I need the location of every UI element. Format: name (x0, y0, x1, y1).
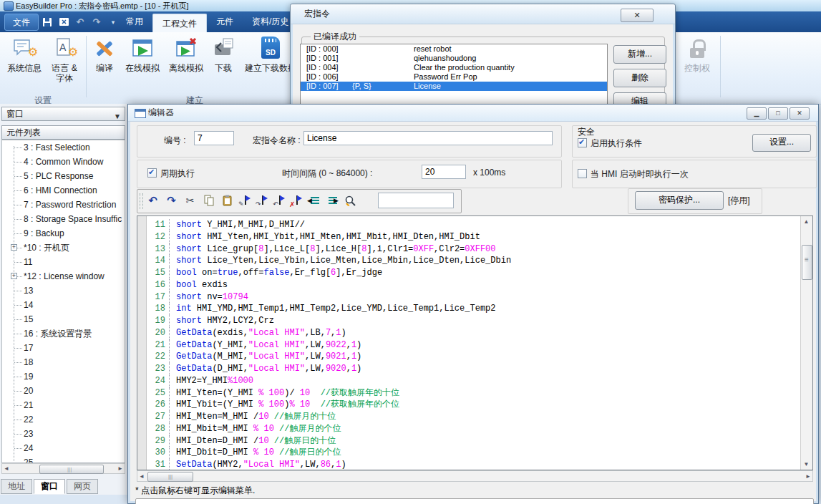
password-protect-button[interactable]: 密码保护... (635, 191, 724, 210)
window-tree[interactable]: 3 : Fast Selection4 : Common Window5 : P… (1, 140, 125, 463)
scrollbar-thumb[interactable]: ||| (39, 465, 104, 474)
code-line: 21GetData(Y_HMI,"Local HMI",LW,9022,1) (147, 339, 800, 352)
cut-icon[interactable]: ✂ (184, 195, 196, 207)
code-vertical-scrollbar[interactable]: ▲ ▼ (800, 216, 812, 470)
previous-bookmark-icon[interactable]: ↶ (274, 195, 285, 206)
window-panel-header[interactable]: 窗口 ▼ (1, 107, 125, 121)
editor-title: 编辑器 (148, 107, 174, 117)
offline-simulate-button[interactable]: 离线模拟 (165, 35, 208, 92)
macro-list-item[interactable]: [ID : 006]Password Err Pop (301, 72, 607, 82)
macro-list-item[interactable]: [ID : 004]Clear the production quantity (301, 63, 607, 72)
code-area[interactable]: 11short Y_HMI,M_HMI,D_HMI//12short HMI_Y… (137, 215, 813, 470)
tab-常用[interactable]: 常用 (117, 11, 152, 32)
window-tree-item[interactable]: 22 (2, 412, 125, 427)
language-font-button[interactable]: A ⚙ 语言 & 字体 (46, 35, 83, 92)
window-tree-item[interactable]: 14 (2, 298, 125, 312)
window-tree-item[interactable]: +*12 : License window (2, 269, 125, 284)
macro-list-item[interactable]: [ID : 001]qiehuanshoudong (301, 54, 607, 63)
line-number: 11 (147, 219, 170, 231)
export-icon[interactable] (58, 16, 69, 28)
download-button[interactable]: 下载 (209, 35, 238, 92)
periodic-checkbox[interactable] (147, 168, 157, 178)
window-tree-item[interactable]: 21 (2, 398, 125, 412)
toggle-bookmark-icon[interactable]: ✎ (240, 195, 251, 206)
maximize-icon[interactable]: □ (768, 107, 788, 120)
window-tree-item[interactable]: 19 (2, 369, 125, 384)
window-tree-item[interactable]: 11 (2, 255, 125, 269)
scrollbar-thumb[interactable]: ||| (147, 472, 193, 482)
window-tree-item[interactable]: 24 (2, 441, 125, 455)
online-simulate-button[interactable]: 在线模拟 (122, 35, 163, 92)
clear-bookmarks-icon[interactable]: ✗ (291, 195, 302, 206)
startup-checkbox[interactable] (578, 169, 587, 178)
sidebar-tab-网页[interactable]: 网页 (67, 479, 98, 494)
next-bookmark-icon[interactable]: ↷ (257, 195, 268, 206)
chevron-down-icon[interactable]: ▼ (114, 110, 121, 123)
scroll-right-arrow[interactable]: ► (116, 465, 125, 472)
save-icon[interactable] (42, 16, 53, 28)
window-tree-item[interactable]: 18 (2, 355, 125, 369)
macro-name-label: 宏指令名称 : (253, 135, 301, 147)
delete-macro-button[interactable]: 删除 (613, 69, 666, 87)
window-tree-item[interactable]: 5 : PLC Response (2, 169, 125, 183)
execution-condition-checkbox[interactable] (578, 138, 587, 147)
code-margin (137, 216, 147, 470)
control-permission-button[interactable]: 控制权 (677, 35, 717, 92)
line-number: 30 (147, 447, 170, 459)
window-tree-item[interactable]: 16 : 系统设置背景 (2, 326, 125, 341)
outdent-icon[interactable]: ▶ (326, 195, 338, 205)
scrollbar-thumb[interactable] (802, 245, 812, 280)
window-tree-item[interactable]: 7 : Password Restriction (2, 198, 125, 212)
scroll-left-arrow[interactable]: ◄ (2, 465, 11, 472)
close-icon[interactable]: ✕ (790, 107, 810, 120)
toolbar-grip[interactable] (140, 193, 143, 209)
window-tree-item[interactable]: 3 : Fast Selection (2, 140, 125, 155)
window-tree-item[interactable]: 20 (2, 384, 125, 398)
redo-icon[interactable]: ↷ (91, 16, 102, 28)
find-icon[interactable] (344, 195, 356, 207)
macro-id-field[interactable] (194, 131, 234, 145)
expand-icon[interactable]: + (11, 244, 17, 251)
tree-item-label: 22 (24, 415, 33, 425)
copy-icon[interactable] (203, 195, 215, 207)
sidebar-tab-窗口[interactable]: 窗口 (34, 479, 65, 494)
minimize-icon[interactable]: ▁ (747, 107, 767, 120)
redo-icon[interactable]: ↷ (165, 195, 178, 207)
paste-icon[interactable] (221, 195, 233, 207)
macro-search-input[interactable] (378, 193, 454, 208)
code-horizontal-scrollbar[interactable]: ◄ ||| ► (137, 470, 813, 482)
window-tree-item[interactable]: 9 : Backup (2, 226, 125, 241)
window-tree-item[interactable]: 13 (2, 284, 125, 298)
scroll-left-arrow[interactable]: ◄ (137, 472, 146, 480)
window-tree-item[interactable]: 4 : Common Window (2, 155, 125, 169)
macro-list-item[interactable]: [ID : 000]reset robot (301, 44, 607, 54)
window-tree-item[interactable]: 17 (2, 341, 125, 355)
indent-icon[interactable]: ◀ (309, 195, 320, 205)
tab-元件[interactable]: 元件 (207, 11, 243, 32)
sidebar-tab-地址[interactable]: 地址 (1, 479, 32, 494)
window-tree-item[interactable]: 23 (2, 427, 125, 441)
compile-button[interactable]: 编译 (89, 35, 120, 92)
close-icon[interactable]: ✕ (621, 9, 654, 22)
tab-file[interactable]: 文件 (4, 14, 39, 31)
scroll-up-arrow[interactable]: ▲ (801, 216, 812, 227)
window-tree-item[interactable]: 6 : HMI Connection (2, 183, 125, 198)
window-tree-item[interactable]: +*10 : 开机页 (2, 241, 125, 255)
window-tree-item[interactable]: 25 (2, 455, 125, 463)
ribbon-separator (720, 36, 721, 97)
scroll-down-arrow[interactable]: ▼ (801, 459, 812, 470)
window-tree-item[interactable]: 15 (2, 312, 125, 326)
macro-list-item[interactable]: [ID : 007]{P, S}License (301, 82, 607, 91)
expand-icon[interactable]: + (11, 273, 17, 279)
undo-icon[interactable]: ↶ (74, 16, 86, 28)
interval-field[interactable] (422, 165, 466, 179)
scroll-right-arrow[interactable]: ► (804, 472, 812, 480)
security-settings-button[interactable]: 设置... (752, 134, 811, 152)
new-macro-button[interactable]: 新增... (613, 45, 666, 64)
undo-icon[interactable]: ↶ (147, 195, 159, 207)
tab-工程文件[interactable]: 工程文件 (152, 14, 207, 32)
window-tree-item[interactable]: 8 : Storage Space Insuffic (2, 212, 125, 226)
macro-name-field[interactable] (303, 131, 553, 145)
system-info-button[interactable]: ⚙ 系统信息 (4, 35, 44, 92)
sidebar-horizontal-scrollbar[interactable]: ◄ ||| ► (1, 463, 125, 474)
